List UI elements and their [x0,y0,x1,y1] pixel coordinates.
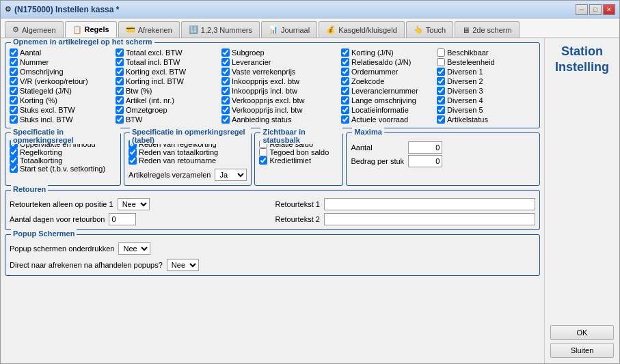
ar-col3-checkbox-6[interactable] [221,106,230,114]
ar-col5-checkbox-3[interactable] [437,77,445,85]
zichtbaar-checkbox-2[interactable] [259,156,267,165]
tab-2descherm[interactable]: 🖥 2de scherm [455,21,519,38]
ar-col2-checkbox-7[interactable] [116,115,124,124]
zichtbaar-checkbox-1[interactable] [259,148,267,156]
aantaldagen-input[interactable]: 0 [109,213,136,225]
spec-opmerking-checkbox-3[interactable] [10,165,18,173]
ar-col4-checkbox-2[interactable] [341,68,349,76]
ar-col1-checkbox-1[interactable] [10,58,18,66]
tab-touch[interactable]: 👆 Touch [406,21,453,38]
tab-regels[interactable]: 📋 Regels [65,21,117,38]
ar-col5-label-6: Diversen 5 [447,106,483,114]
retourtekst1-input[interactable] [324,198,535,210]
ar-col1-checkbox-5[interactable] [10,96,18,104]
ar-col3-item-2: Vaste verrekenprijs [221,68,341,76]
artikelregel-col3: SubgroepLeverancierVaste verrekenprijsIn… [221,48,341,124]
maximize-button[interactable]: □ [589,4,602,15]
spec-tabel-checkbox-1[interactable] [129,148,137,156]
ar-col5-checkbox-0[interactable] [437,48,445,57]
ar-col1-checkbox-6[interactable] [10,106,18,114]
tab-algemeen[interactable]: ⚙ Algemeen [5,21,64,38]
artikelregels-select[interactable]: Ja Nee [215,169,247,181]
ar-col3-checkbox-7[interactable] [221,115,230,124]
tab-regels-icon: 📋 [72,25,82,34]
ar-col4-checkbox-0[interactable] [341,48,349,57]
ar-col2-checkbox-1[interactable] [116,58,124,66]
ar-col5-checkbox-1[interactable] [437,58,445,66]
retourtekst2-row: Retourtekst 2 [275,213,536,225]
ar-col2-checkbox-6[interactable] [116,106,124,114]
tab-2descherm-label: 2de scherm [472,26,511,34]
artikelregel-col2: Totaal excl. BTWTotaal incl. BTWKorting … [116,48,221,124]
ar-col1-item-7: Stuks incl. BTW [10,115,116,124]
ar-col1-checkbox-0[interactable] [10,48,18,57]
ar-col2-checkbox-4[interactable] [116,87,124,95]
spec-opmerking-checkbox-2[interactable] [10,156,18,165]
spec-tabel-label: Specificatie in opmerkingsregel (tabel) [130,128,251,144]
ar-col4-item-6: Locatieinformatie [341,106,437,114]
ar-col5-checkbox-4[interactable] [437,87,445,95]
ar-col3-checkbox-4[interactable] [221,87,230,95]
retourtekst2-input[interactable] [324,213,535,225]
ar-col2-item-3: Korting incl. BTW [116,77,221,85]
ar-col2-checkbox-5[interactable] [116,96,124,104]
retourteken-select[interactable]: Nee Ja [118,198,150,210]
retourtekst1-label: Retourtekst 1 [275,200,320,208]
spec-tabel-checkbox-2[interactable] [129,156,137,165]
spec-opmerking-label-3: Start set (t.b.v. setkorting) [20,165,105,173]
ar-col1-label-0: Aantal [20,48,41,57]
tab-nummers-label: 1,2,3 Nummers [201,26,252,34]
ar-col2-checkbox-3[interactable] [116,77,124,85]
tab-kasgeld[interactable]: 💰 Kasgeld/kluisgeld [319,21,405,38]
ar-col5-label-7: Artikelstatus [447,115,488,124]
ar-col4-item-3: Zoekcode [341,77,437,85]
ar-col4-checkbox-1[interactable] [341,58,349,66]
maxima-input-1[interactable] [408,155,442,167]
popup-direct-select[interactable]: Nee Ja [167,259,199,271]
ar-col3-checkbox-0[interactable] [221,48,230,57]
ar-col2-checkbox-2[interactable] [116,68,124,76]
aantaldagen-label: Aantal dagen voor retourbon [10,215,105,223]
ar-col1-checkbox-4[interactable] [10,87,18,95]
ar-col1-checkbox-3[interactable] [10,77,18,85]
spec-opmerking-item-3: Start set (t.b.v. setkorting) [10,165,116,173]
ar-col4-label-3: Zoekcode [351,77,384,85]
window-title: (N175000) Instellen kassa * [14,5,119,14]
ar-col4-checkbox-5[interactable] [341,96,349,104]
ar-col5-checkbox-5[interactable] [437,96,445,104]
ar-col3-checkbox-3[interactable] [221,77,230,85]
ar-col5-item-3: Diversen 2 [437,77,498,85]
spec-opmerking-checkbox-1[interactable] [10,148,18,156]
tab-afrekenen[interactable]: 💳 Afrekenen [118,21,180,38]
ar-col3-checkbox-5[interactable] [221,96,230,104]
ar-col4-item-5: Lange omschrijving [341,96,437,104]
maxima-row-0: Aantal [351,141,535,154]
tab-journaal[interactable]: 📊 Journaal [261,21,317,38]
ar-col3-checkbox-1[interactable] [221,58,230,66]
ar-col4-checkbox-6[interactable] [341,106,349,114]
ar-col4-checkbox-7[interactable] [341,115,349,124]
ar-col5-checkbox-7[interactable] [437,115,445,124]
ok-button[interactable]: OK [550,325,614,340]
tab-nummers[interactable]: 🔢 1,2,3 Nummers [181,21,260,38]
ar-col1-checkbox-7[interactable] [10,115,18,124]
ar-col5-checkbox-2[interactable] [437,68,445,76]
maxima-label-1: Bedrag per stuk [351,157,405,165]
ar-col1-label-4: Statiegeld (J/N) [20,87,72,95]
ar-col4-checkbox-3[interactable] [341,77,349,85]
ar-col3-checkbox-2[interactable] [221,68,230,76]
popup-onderdrukken-select[interactable]: Nee Ja [118,242,150,255]
ar-col5-label-2: Diversen 1 [447,68,483,76]
spec-tabel-item-2: Reden van retournarne [129,156,247,165]
ar-col4-checkbox-4[interactable] [341,87,349,95]
ar-col5-checkbox-6[interactable] [437,106,445,114]
maxima-input-0[interactable] [408,141,442,154]
minimize-button[interactable]: ─ [576,4,588,15]
ar-col2-item-6: Omzetgroep [116,106,221,114]
close-button[interactable]: ✕ [603,4,615,15]
retourteken-label: Retourteken alleen op positie 1 [10,200,113,208]
ar-col2-checkbox-0[interactable] [116,48,124,57]
close-button-sidebar[interactable]: Sluiten [550,343,614,358]
ar-col3-item-5: Verkoopprijs excl. btw [221,96,341,104]
ar-col1-checkbox-2[interactable] [10,68,18,76]
